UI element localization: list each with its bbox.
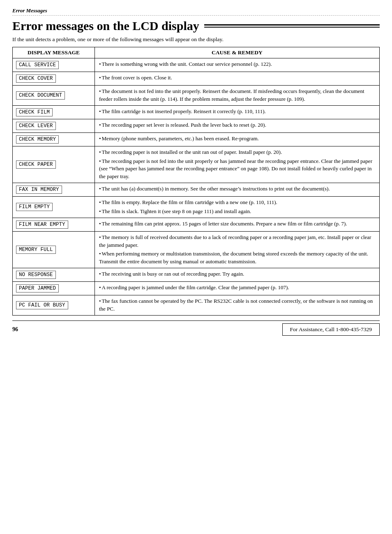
table-row: CHECK FILMThe film cartridge is not inse… <box>13 105 380 119</box>
cause-cell: The remaining film can print approx. 15 … <box>95 218 380 231</box>
cause-text: The fax function cannot be operated by t… <box>99 297 375 313</box>
table-row: NO RESPONSEThe receiving unit is busy or… <box>13 268 380 282</box>
message-cell: FAX IN MEMORY <box>13 183 95 197</box>
bullet-icon <box>99 234 102 240</box>
table-row: CHECK LEVERThe recording paper set lever… <box>13 119 380 132</box>
message-display: NO RESPONSE <box>16 271 56 279</box>
table-row: PC FAIL OR BUSYThe fax function cannot b… <box>13 295 380 316</box>
message-cell: CHECK COVER <box>13 72 95 86</box>
table-row: FILM EMPTYThe film is empty. Replace the… <box>13 197 380 218</box>
message-cell: PC FAIL OR BUSY <box>13 295 95 316</box>
cause-cell: Memory (phone numbers, parameters, etc.)… <box>95 132 380 146</box>
col-display-message: DISPLAY MESSAGE <box>13 47 95 58</box>
cause-text: The recording paper set lever is release… <box>99 121 375 129</box>
cause-cell: The front cover is open. Close it. <box>95 72 380 86</box>
message-cell: CHECK PAPER <box>13 146 95 183</box>
message-display: PAPER JAMMED <box>16 284 59 293</box>
cause-cell: The unit has (a) document(s) in memory. … <box>95 183 380 197</box>
table-row: CHECK MEMORYMemory (phone numbers, param… <box>13 132 380 146</box>
bullet-icon <box>99 122 102 128</box>
table-row: CHECK PAPERThe recording paper is not in… <box>13 146 380 183</box>
cause-text: The film cartridge is not inserted prope… <box>99 108 375 116</box>
section-label: Error Messages <box>12 7 380 16</box>
bullet-icon <box>99 186 102 192</box>
cause-text: There is something wrong with the unit. … <box>99 60 375 68</box>
bullet-icon <box>99 108 102 114</box>
message-display: CHECK COVER <box>16 74 56 83</box>
bullet-icon <box>99 298 102 304</box>
cause-cell: The recording paper set lever is release… <box>95 119 380 132</box>
message-cell: CHECK DOCUMENT <box>13 86 95 106</box>
bullet-icon <box>99 88 102 94</box>
cause-cell: The memory is full of received documents… <box>95 231 380 268</box>
cause-cell: The fax function cannot be operated by t… <box>95 295 380 316</box>
cause-text: When performing memory or multistation t… <box>99 250 375 266</box>
cause-text: The unit has (a) document(s) in memory. … <box>99 185 375 193</box>
message-display: CALL SERVICE <box>16 61 59 69</box>
intro-text: If the unit detects a problem, one or mo… <box>12 36 380 43</box>
bullet-icon <box>99 158 102 164</box>
bullet-icon <box>99 284 102 290</box>
message-display: FILM EMPTY <box>16 203 53 211</box>
message-display: PC FAIL OR BUSY <box>16 301 68 309</box>
cause-text: The film is slack. Tighten it (see step … <box>99 208 375 216</box>
table-row: CHECK DOCUMENTThe document is not fed in… <box>13 86 380 106</box>
bullet-icon <box>99 199 102 205</box>
table-row: PAPER JAMMEDA recording paper is jammed … <box>13 282 380 295</box>
cause-text: The receiving unit is busy or ran out of… <box>99 270 375 278</box>
page-footer: 96 For Assistance, Call 1-800-435-7329 <box>12 320 380 336</box>
bullet-icon <box>99 208 102 214</box>
cause-cell: The recording paper is not installed or … <box>95 146 380 183</box>
message-display: CHECK LEVER <box>16 122 56 130</box>
message-cell: CHECK FILM <box>13 105 95 119</box>
message-cell: MEMORY FULL <box>13 231 95 268</box>
cause-text: The recording paper is not fed into the … <box>99 158 375 181</box>
table-row: CALL SERVICEThere is something wrong wit… <box>13 58 380 72</box>
bullet-icon <box>99 221 102 227</box>
bullet-icon <box>99 149 102 155</box>
cause-cell: The film cartridge is not inserted prope… <box>95 105 380 119</box>
message-display: CHECK DOCUMENT <box>16 91 65 100</box>
cause-text: A recording paper is jammed under the fi… <box>99 284 375 292</box>
table-row: FAX IN MEMORYThe unit has (a) document(s… <box>13 183 380 197</box>
bullet-icon <box>99 251 102 257</box>
page-title: Error messages on the LCD display <box>12 19 380 33</box>
cause-cell: There is something wrong with the unit. … <box>95 58 380 72</box>
table-row: MEMORY FULLThe memory is full of receive… <box>13 231 380 268</box>
message-cell: FILM NEAR EMPTY <box>13 218 95 231</box>
cause-text: Memory (phone numbers, parameters, etc.)… <box>99 135 375 143</box>
message-cell: CALL SERVICE <box>13 58 95 72</box>
title-line-thin <box>204 27 380 28</box>
message-display: CHECK MEMORY <box>16 135 59 144</box>
message-display: CHECK PAPER <box>16 160 56 169</box>
message-cell: NO RESPONSE <box>13 268 95 282</box>
cause-cell: The film is empty. Replace the film or f… <box>95 197 380 218</box>
bullet-icon <box>99 61 102 67</box>
page: Error Messages Error messages on the LCD… <box>0 0 392 534</box>
message-display: CHECK FILM <box>16 108 53 116</box>
bullet-icon <box>99 74 102 81</box>
message-display: FAX IN MEMORY <box>16 186 62 194</box>
error-messages-table: DISPLAY MESSAGE CAUSE & REMEDY CALL SERV… <box>12 47 380 316</box>
cause-cell: A recording paper is jammed under the fi… <box>95 282 380 295</box>
message-display: FILM NEAR EMPTY <box>16 221 68 229</box>
title-line-thick <box>204 24 380 26</box>
message-cell: FILM EMPTY <box>13 197 95 218</box>
bullet-icon <box>99 271 102 277</box>
bullet-icon <box>99 135 102 142</box>
table-header-row: DISPLAY MESSAGE CAUSE & REMEDY <box>13 47 380 58</box>
message-cell: PAPER JAMMED <box>13 282 95 295</box>
cause-text: The remaining film can print approx. 15 … <box>99 220 375 228</box>
message-display: MEMORY FULL <box>16 246 56 254</box>
message-cell: CHECK MEMORY <box>13 132 95 146</box>
col-cause-remedy: CAUSE & REMEDY <box>95 47 380 58</box>
table-row: FILM NEAR EMPTYThe remaining film can pr… <box>13 218 380 231</box>
table-row: CHECK COVERThe front cover is open. Clos… <box>13 72 380 86</box>
assistance-box: For Assistance, Call 1-800-435-7329 <box>282 323 380 336</box>
cause-text: The recording paper is not installed or … <box>99 149 375 156</box>
page-number: 96 <box>12 326 18 333</box>
cause-text: The front cover is open. Close it. <box>99 74 375 82</box>
title-decoration <box>204 24 380 28</box>
cause-cell: The document is not fed into the unit pr… <box>95 86 380 106</box>
cause-cell: The receiving unit is busy or ran out of… <box>95 268 380 282</box>
